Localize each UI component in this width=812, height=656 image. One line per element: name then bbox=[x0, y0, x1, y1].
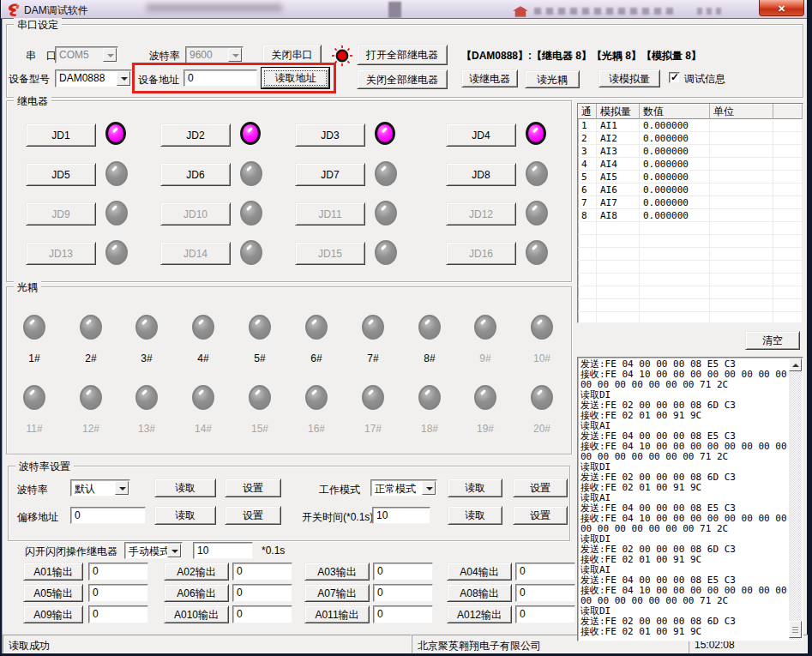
analog-table-header-cell[interactable]: 数值 bbox=[640, 104, 710, 119]
close-all-relays-button[interactable]: 关闭全部继电器 bbox=[357, 69, 448, 89]
read-address-button[interactable]: 读取地址 bbox=[262, 68, 329, 88]
offset-read-button[interactable]: 读取 bbox=[154, 506, 216, 525]
ao-button-a010输出[interactable]: A010输出 bbox=[164, 605, 229, 623]
opto-label: 11# bbox=[15, 423, 53, 435]
relay-button-jd2[interactable]: JD2 bbox=[160, 123, 231, 147]
read-opto-button[interactable]: 读光耦 bbox=[525, 70, 580, 88]
analog-table-header-cell[interactable] bbox=[773, 104, 803, 119]
chevron-down-icon[interactable] bbox=[228, 48, 242, 62]
ao-button-a02输出[interactable]: A02输出 bbox=[164, 563, 229, 581]
relay-button-jd8[interactable]: JD8 bbox=[446, 163, 516, 186]
flash-mode-combo[interactable]: 手动模式 bbox=[124, 542, 183, 559]
chevron-down-icon[interactable] bbox=[117, 71, 130, 86]
log-line: 接收:FE 02 01 00 91 9C bbox=[580, 627, 789, 637]
ao-value-input[interactable]: 0 bbox=[232, 563, 292, 581]
work-mode-read-button[interactable]: 读取 bbox=[448, 478, 502, 497]
ao-button-a06输出[interactable]: A06输出 bbox=[164, 584, 229, 602]
ao-button-a09输出[interactable]: A09输出 bbox=[23, 605, 83, 623]
analog-table-cell: 5 bbox=[578, 171, 597, 184]
ao-value-input[interactable]: 0 bbox=[373, 584, 433, 602]
ao-value-input[interactable]: 0 bbox=[88, 605, 148, 623]
analog-table-cell bbox=[710, 209, 773, 222]
relay-button-jd13[interactable]: JD13 bbox=[26, 242, 96, 265]
relay-button-jd9[interactable]: JD9 bbox=[26, 202, 96, 226]
baud-set-button[interactable]: 设置 bbox=[225, 478, 281, 497]
analog-table-cell bbox=[578, 222, 597, 235]
chevron-down-icon[interactable] bbox=[115, 481, 129, 495]
ao-button-a08输出[interactable]: A08输出 bbox=[447, 584, 512, 602]
ao-value-input[interactable]: 0 bbox=[373, 605, 433, 623]
ao-value-input[interactable]: 0 bbox=[88, 584, 148, 602]
open-all-relays-button[interactable]: 打开全部继电器 bbox=[357, 45, 448, 65]
debug-info-checkbox[interactable] bbox=[669, 72, 680, 83]
relay-led-on bbox=[240, 122, 261, 145]
relay-button-jd5[interactable]: JD5 bbox=[26, 163, 96, 186]
relay-button-jd14[interactable]: JD14 bbox=[160, 242, 231, 265]
relay-button-jd1[interactable]: JD1 bbox=[26, 123, 96, 147]
ao-value-input[interactable]: 0 bbox=[88, 563, 148, 581]
ao-value-input[interactable]: 0 bbox=[373, 563, 433, 581]
table-row[interactable]: 1AI10.000000 bbox=[578, 119, 803, 132]
switch-time-set-button[interactable]: 设置 bbox=[513, 506, 568, 525]
work-mode-set-button[interactable]: 设置 bbox=[513, 478, 568, 497]
address-input[interactable]: 0 bbox=[183, 69, 257, 87]
log-scrollbar[interactable] bbox=[789, 358, 802, 640]
chevron-down-icon[interactable] bbox=[422, 481, 436, 495]
chevron-down-icon[interactable] bbox=[167, 544, 181, 557]
offset-set-button[interactable]: 设置 bbox=[225, 506, 281, 525]
table-row[interactable]: 7AI70.000000 bbox=[578, 196, 803, 209]
flash-time-input[interactable]: 10 bbox=[193, 542, 253, 559]
relay-led-on bbox=[375, 122, 395, 145]
clear-log-button[interactable]: 清空 bbox=[745, 331, 800, 350]
relay-button-jd7[interactable]: JD7 bbox=[295, 163, 365, 186]
ao-value-input[interactable]: 0 bbox=[515, 584, 575, 602]
ao-button-a01输出[interactable]: A01输出 bbox=[23, 563, 83, 581]
ao-button-a07输出[interactable]: A07输出 bbox=[304, 584, 370, 602]
analog-table-header-cell[interactable]: 单位 bbox=[710, 104, 773, 119]
relay-button-jd4[interactable]: JD4 bbox=[446, 123, 516, 147]
port-combo[interactable]: COM5 bbox=[55, 46, 118, 63]
table-row[interactable]: 8AI80.000000 bbox=[578, 209, 803, 222]
table-row[interactable]: 6AI60.000000 bbox=[578, 184, 803, 196]
relay-button-jd3[interactable]: JD3 bbox=[295, 123, 365, 147]
baud-combo[interactable]: 9600 bbox=[185, 46, 244, 63]
relay-button-jd10[interactable]: JD10 bbox=[160, 202, 231, 226]
close-button[interactable] bbox=[759, 0, 804, 16]
switch-time-input[interactable]: 10 bbox=[372, 507, 430, 524]
ao-button-a05输出[interactable]: A05输出 bbox=[23, 584, 83, 602]
close-serial-button[interactable]: 关闭串口 bbox=[262, 45, 322, 65]
baud-read-button[interactable]: 读取 bbox=[154, 478, 216, 497]
model-combo[interactable]: DAM0888 bbox=[55, 69, 132, 87]
read-relays-button[interactable]: 读继电器 bbox=[461, 69, 518, 87]
ao-value-input[interactable]: 0 bbox=[515, 605, 575, 623]
switch-time-read-button[interactable]: 读取 bbox=[448, 506, 502, 525]
chevron-down-icon[interactable] bbox=[103, 48, 117, 62]
table-row[interactable]: 4AI40.000000 bbox=[578, 158, 803, 171]
scroll-up-icon[interactable] bbox=[789, 358, 802, 371]
ao-button-a04输出[interactable]: A04输出 bbox=[447, 563, 512, 581]
table-row[interactable]: 2AI20.000000 bbox=[578, 132, 803, 145]
relay-button-jd16[interactable]: JD16 bbox=[446, 242, 516, 265]
baud-setting-combo[interactable]: 默认 bbox=[70, 479, 130, 497]
analog-table-header-cell[interactable]: 通 bbox=[578, 104, 597, 119]
ao-button-a03输出[interactable]: A03输出 bbox=[304, 563, 370, 581]
analog-table-header-cell[interactable]: 模拟量 bbox=[597, 104, 640, 119]
ao-button-a012输出[interactable]: A012输出 bbox=[447, 605, 512, 623]
table-row[interactable]: 3AI30.000000 bbox=[578, 145, 803, 158]
relay-button-jd12[interactable]: JD12 bbox=[446, 202, 516, 226]
comm-log[interactable]: 发送:FE 04 00 00 00 08 E5 C3接收:FE 04 10 00… bbox=[577, 357, 803, 641]
ao-value-input[interactable]: 0 bbox=[515, 563, 575, 581]
ao-value-input[interactable]: 0 bbox=[232, 605, 292, 623]
scrollbar-thumb[interactable] bbox=[789, 621, 802, 638]
analog-table-cell bbox=[773, 299, 803, 312]
table-row[interactable]: 5AI50.000000 bbox=[578, 171, 803, 184]
offset-address-input[interactable]: 0 bbox=[70, 507, 146, 524]
relay-button-jd15[interactable]: JD15 bbox=[295, 242, 365, 265]
title-bar[interactable]: DAM调试软件 bbox=[1, 0, 807, 19]
work-mode-combo[interactable]: 正常模式 bbox=[370, 479, 437, 497]
relay-button-jd11[interactable]: JD11 bbox=[295, 202, 365, 226]
ao-value-input[interactable]: 0 bbox=[232, 584, 292, 602]
read-analog-button[interactable]: 读模拟量 bbox=[598, 69, 660, 87]
ao-button-a011输出[interactable]: A011输出 bbox=[304, 605, 370, 623]
relay-button-jd6[interactable]: JD6 bbox=[160, 163, 231, 186]
